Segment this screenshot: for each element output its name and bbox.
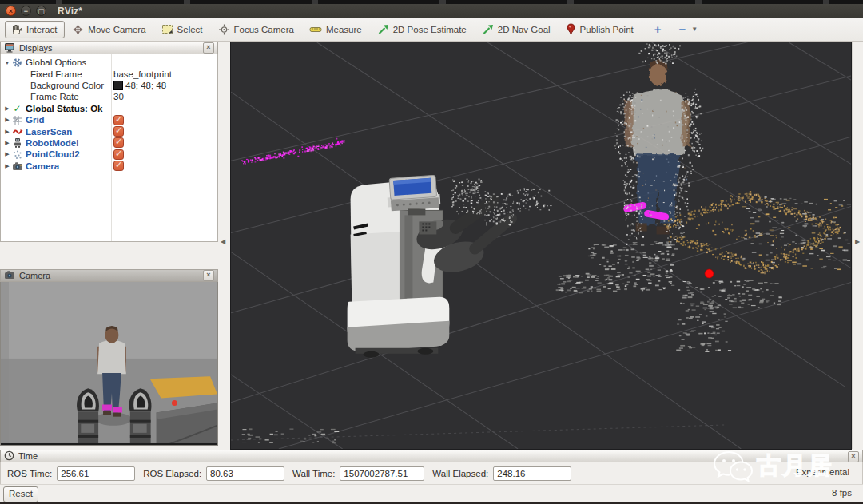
ros-elapsed-input[interactable] [206, 466, 284, 481]
color-swatch [113, 81, 123, 90]
window-title: RViz* [58, 6, 82, 17]
expand-right-icon[interactable]: ▶ [855, 238, 860, 245]
camera-panel: Camera [0, 269, 218, 447]
wall-elapsed-label: Wall Elapsed: [432, 469, 488, 478]
publish-point-tool-button[interactable]: Publish Point [560, 20, 642, 38]
time-panel-title: Time [18, 451, 38, 461]
focus-camera-tool-button[interactable]: Focus Camera [213, 21, 302, 38]
expander-icon[interactable] [3, 117, 11, 123]
monitor-icon [4, 42, 15, 54]
expander-icon[interactable] [3, 151, 11, 157]
displays-panel-titlebar[interactable]: Displays [0, 42, 218, 54]
tree-row-robotmodel[interactable]: RobotModel [1, 137, 217, 149]
plus-icon: + [654, 25, 662, 34]
tree-row-global-status[interactable]: ✓ Global Status: Ok [1, 103, 217, 114]
rviz-window: × − ▢ RViz* Interact Move Camera Select … [0, 0, 863, 504]
toolbar: Interact Move Camera Select Focus Camera… [0, 18, 863, 42]
move-camera-tool-button[interactable]: Move Camera [66, 21, 153, 38]
ros-time-field: ROS Time: [7, 466, 135, 481]
window-maximize-button[interactable]: ▢ [36, 6, 46, 16]
close-icon[interactable] [203, 42, 214, 54]
camera-icon [11, 161, 23, 171]
collapsed-views-panel[interactable]: ▶ [852, 42, 863, 449]
close-icon[interactable] [848, 451, 859, 462]
collapse-left-icon[interactable]: ◀ [221, 238, 225, 245]
camera-red-marker [172, 400, 177, 406]
expander-icon[interactable] [3, 163, 11, 169]
select-tool-button[interactable]: Select [156, 21, 211, 38]
window-close-button[interactable]: × [6, 6, 16, 16]
displays-tree: Global Options Fixed Frame base_footprin… [0, 54, 218, 242]
frame-rate-value[interactable]: 30 [113, 92, 124, 101]
green-arrow-icon [482, 24, 494, 35]
wall-time-label: Wall Time: [292, 469, 335, 478]
point-cloud-icon [11, 149, 23, 160]
remove-tool-button[interactable]: − ▼ [674, 22, 703, 37]
interact-tool-button[interactable]: Interact [5, 21, 65, 38]
map-pin-icon [566, 23, 576, 35]
titlebar: × − ▢ RViz* [0, 4, 863, 18]
close-icon[interactable] [203, 270, 214, 281]
fps-counter: 8 fps [832, 488, 852, 498]
camera-panel-title: Camera [19, 271, 50, 280]
tree-row-pointcloud2[interactable]: PointCloud2 [1, 149, 217, 160]
wall-elapsed-input[interactable] [493, 466, 571, 481]
expander-icon[interactable] [3, 129, 11, 135]
chevron-down-icon: ▼ [691, 26, 698, 33]
laser-scan-icon [11, 126, 23, 137]
tree-row-frame-rate[interactable]: Frame Rate 30 [1, 91, 217, 102]
robot-model-icon [11, 137, 23, 148]
camera-panel-titlebar[interactable]: Camera [0, 269, 218, 282]
expander-icon[interactable] [3, 105, 11, 112]
reset-button[interactable]: Reset [3, 486, 38, 502]
tree-row-grid[interactable]: Grid [1, 114, 217, 125]
ros-elapsed-label: ROS Elapsed: [143, 469, 201, 478]
camera-checkbox[interactable] [113, 161, 124, 171]
wall-elapsed-field: Wall Elapsed: [432, 466, 571, 481]
hand-icon [10, 24, 22, 35]
displays-panel-title: Displays [19, 43, 53, 53]
green-arrow-icon [377, 24, 389, 35]
move-arrows-icon [72, 24, 84, 35]
wall-time-field: Wall Time: [292, 466, 424, 481]
tree-row-background-color[interactable]: Background Color 48; 48; 48 [1, 80, 217, 91]
experimental-label: Experimental [796, 467, 849, 477]
tree-row-camera[interactable]: Camera [1, 161, 217, 172]
minus-icon: − [679, 26, 686, 34]
render-view-3d[interactable] [230, 42, 852, 450]
tree-row-laserscan[interactable]: LaserScan [1, 125, 217, 137]
wall-time-input[interactable] [340, 466, 424, 481]
robotmodel-checkbox[interactable] [113, 137, 124, 148]
add-tool-button[interactable]: + [650, 22, 666, 38]
pointcloud2-checkbox[interactable] [113, 149, 124, 160]
measure-tape-icon [309, 25, 322, 34]
status-ok-check-icon: ✓ [11, 103, 23, 113]
expander-icon[interactable] [3, 140, 11, 146]
time-panel: Time ROS Time: ROS Elapsed: Wall Time: W… [0, 450, 863, 484]
selection-box-icon [161, 24, 173, 34]
clock-icon [4, 450, 14, 462]
camera-render-view [0, 282, 218, 446]
tree-row-global-options[interactable]: Global Options [1, 57, 217, 68]
grid-icon [11, 115, 23, 125]
camera-icon [4, 270, 15, 281]
window-minimize-button[interactable]: − [21, 6, 31, 16]
pose-estimate-tool-button[interactable]: 2D Pose Estimate [372, 21, 475, 38]
fixed-frame-value[interactable]: base_footprint [113, 69, 172, 79]
background-color-value[interactable]: 48; 48; 48 [113, 81, 166, 90]
laserscan-checkbox[interactable] [113, 126, 124, 137]
tree-row-fixed-frame[interactable]: Fixed Frame base_footprint [1, 68, 217, 79]
measure-tool-button[interactable]: Measure [304, 22, 370, 38]
expander-icon[interactable] [3, 60, 11, 65]
status-bar: Reset 8 fps [0, 484, 863, 502]
camera-gripper-left [77, 388, 99, 445]
panel-splitter[interactable]: ◀ [218, 42, 230, 449]
ros-time-label: ROS Time: [7, 469, 52, 478]
camera-gripper-right [129, 388, 152, 445]
time-panel-titlebar[interactable]: Time [0, 450, 863, 462]
grid-checkbox[interactable] [113, 115, 124, 125]
focus-crosshair-icon [218, 24, 230, 35]
gear-icon [11, 58, 23, 68]
ros-time-input[interactable] [57, 466, 135, 481]
nav-goal-tool-button[interactable]: 2D Nav Goal [476, 21, 559, 38]
